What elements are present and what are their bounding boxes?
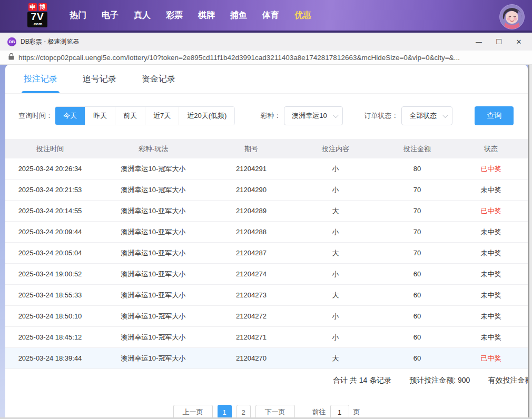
cell-time: 2025-03-24 19:00:52 (5, 270, 95, 278)
cell-amount: 70 (380, 228, 454, 236)
cell-game: 澳洲幸运10-亚军大小 (95, 206, 212, 216)
cell-game: 澳洲幸运10-冠军大小 (95, 312, 212, 321)
col-bet-time: 投注时间 (5, 144, 95, 154)
cell-time: 2025-03-24 20:05:04 (5, 249, 95, 257)
table-row[interactable]: 2025-03-24 20:05:04 澳洲幸运10-亚军大小 21204287… (5, 243, 528, 264)
logo-badge-right: 博 (38, 3, 47, 11)
minimize-button[interactable]: — (469, 33, 489, 51)
cell-issue: 21204289 (212, 207, 291, 215)
site-logo[interactable]: 申 博 7V .com (19, 3, 56, 27)
logo-tld: .com (31, 22, 44, 26)
col-game-play: 彩种-玩法 (95, 144, 212, 154)
cell-status: 已中奖 (454, 354, 528, 363)
cell-game: 澳洲幸运10-亚军大小 (95, 291, 212, 300)
tab-chase-records[interactable]: 追号记录 (83, 65, 116, 93)
table-row[interactable]: 2025-03-24 18:45:12 澳洲幸运10-冠军大小 21204271… (5, 327, 528, 348)
user-avatar[interactable] (499, 4, 525, 29)
cell-status: 未中奖 (454, 248, 528, 258)
url-text: https://ctopcp02pcali.uengi5e.com/lotter… (18, 54, 460, 62)
bet-records-table: 投注时间 彩种-玩法 期号 投注内容 投注金额 状态 2025-03-24 20… (5, 139, 528, 369)
cell-issue: 21204273 (212, 291, 291, 299)
page-button-1[interactable]: 1 (218, 405, 232, 419)
cell-status: 未中奖 (454, 333, 528, 342)
time-option-day-before[interactable]: 前天 (115, 107, 145, 125)
cell-content: 小 (291, 185, 380, 195)
cell-status: 未中奖 (454, 270, 528, 279)
cell-content: 大 (291, 206, 380, 216)
nav-item-fishing[interactable]: 捕鱼 (230, 10, 247, 21)
cell-game: 澳洲幸运10-亚军大小 (95, 227, 212, 237)
site-navbar: 申 博 7V .com 热门 电子 真人 彩票 棋牌 捕鱼 体育 优惠 (0, 0, 532, 33)
table-row[interactable]: 2025-03-24 19:00:52 澳洲幸运10-亚军大小 21204274… (5, 264, 528, 285)
page-button-2[interactable]: 2 (237, 405, 251, 419)
cell-amount: 70 (380, 249, 454, 257)
nav-item-lottery[interactable]: 彩票 (166, 10, 183, 21)
cell-issue: 21204272 (212, 312, 291, 320)
cell-content: 小 (291, 312, 380, 321)
prev-page-button[interactable]: 上一页 (173, 405, 213, 419)
time-filter-group: 今天 昨天 前天 近7天 近20天(低频) (55, 106, 235, 125)
browser-app-icon: DB (7, 37, 16, 46)
summary-expected-amount: 预计投注金额: 900 (409, 376, 470, 385)
cell-issue: 21204291 (212, 165, 291, 173)
cell-time: 2025-03-24 20:09:44 (5, 228, 95, 236)
cell-content: 小 (291, 164, 380, 174)
goto-page-input[interactable] (330, 405, 349, 419)
nav-item-promo[interactable]: 优惠 (294, 10, 311, 21)
goto-suffix: 页 (353, 407, 360, 417)
next-page-button[interactable]: 下一页 (255, 405, 295, 419)
nav-item-chess[interactable]: 棋牌 (198, 10, 215, 21)
cell-issue: 21204288 (212, 228, 291, 236)
summary-valid-amount: 有效投注金额: 900 (488, 376, 528, 385)
table-row[interactable]: 2025-03-24 18:50:10 澳洲幸运10-冠军大小 21204272… (5, 306, 528, 327)
status-select[interactable]: 全部状态 (401, 106, 452, 125)
maximize-button[interactable]: ☐ (489, 33, 509, 51)
pagination: 上一页 1 2 下一页 前往 页 (5, 405, 528, 419)
close-button[interactable]: ✕ (509, 33, 529, 51)
time-option-20days[interactable]: 近20天(低频) (179, 107, 234, 125)
cell-status: 未中奖 (454, 312, 528, 321)
cell-game: 澳洲幸运10-亚军大小 (95, 270, 212, 279)
cell-amount: 80 (380, 165, 454, 173)
col-bet-amount: 投注金额 (380, 144, 454, 154)
logo-name: 7V (31, 12, 44, 22)
cell-content: 小 (291, 227, 380, 237)
cell-game: 澳洲幸运10-冠军大小 (95, 333, 212, 342)
tab-bet-records[interactable]: 投注记录 (24, 65, 57, 93)
lottery-select[interactable]: 澳洲幸运10 (284, 106, 343, 125)
table-row[interactable]: 2025-03-24 18:39:44 澳洲幸运10-冠军大小 21204270… (5, 348, 528, 369)
table-row[interactable]: 2025-03-24 20:14:55 澳洲幸运10-亚军大小 21204289… (5, 201, 528, 222)
summary-total: 合计 共 14 条记录 (333, 376, 391, 385)
table-row[interactable]: 2025-03-24 18:55:33 澳洲幸运10-亚军大小 21204273… (5, 285, 528, 306)
cell-issue: 21204270 (212, 354, 291, 362)
tab-fund-records[interactable]: 资金记录 (142, 65, 175, 93)
records-panel: 投注记录 追号记录 资金记录 查询时间： 今天 昨天 前天 近7天 近20天(低… (5, 65, 528, 419)
time-option-today[interactable]: 今天 (55, 107, 85, 125)
cell-game: 澳洲幸运10-冠军大小 (95, 164, 212, 174)
table-row[interactable]: 2025-03-24 20:21:53 澳洲幸运10-冠军大小 21204290… (5, 179, 528, 201)
scrollbar[interactable] (528, 65, 532, 419)
cell-content: 大 (291, 248, 380, 258)
nav-item-live[interactable]: 真人 (134, 10, 151, 21)
table-row[interactable]: 2025-03-24 20:09:44 澳洲幸运10-亚军大小 21204288… (5, 222, 528, 243)
cell-issue: 21204274 (212, 270, 291, 278)
lottery-select-value: 澳洲幸运10 (292, 111, 327, 121)
nav-item-sports[interactable]: 体育 (262, 10, 279, 21)
page-content: 投注记录 追号记录 资金记录 查询时间： 今天 昨天 前天 近7天 近20天(低… (0, 65, 532, 419)
cell-amount: 60 (380, 270, 454, 278)
url-bar[interactable]: https://ctopcp02pcali.uengi5e.com/lotter… (0, 51, 532, 65)
search-button[interactable]: 查询 (475, 106, 514, 125)
cell-content: 小 (291, 270, 380, 279)
nav-item-hot[interactable]: 热门 (70, 10, 86, 21)
time-option-yesterday[interactable]: 昨天 (85, 107, 115, 125)
table-row[interactable]: 2025-03-24 20:26:34 澳洲幸运10-冠军大小 21204291… (5, 158, 528, 179)
nav-item-slots[interactable]: 电子 (102, 10, 119, 21)
filter-bar: 查询时间： 今天 昨天 前天 近7天 近20天(低频) 彩种： 澳洲幸运10 订… (18, 106, 528, 125)
col-status: 状态 (454, 144, 528, 154)
cell-amount: 60 (380, 291, 454, 299)
cell-time: 2025-03-24 18:45:12 (5, 333, 95, 341)
status-select-value: 全部状态 (409, 111, 437, 121)
time-option-7days[interactable]: 近7天 (145, 107, 179, 125)
cell-status: 未中奖 (454, 227, 528, 237)
cell-amount: 60 (380, 333, 454, 341)
